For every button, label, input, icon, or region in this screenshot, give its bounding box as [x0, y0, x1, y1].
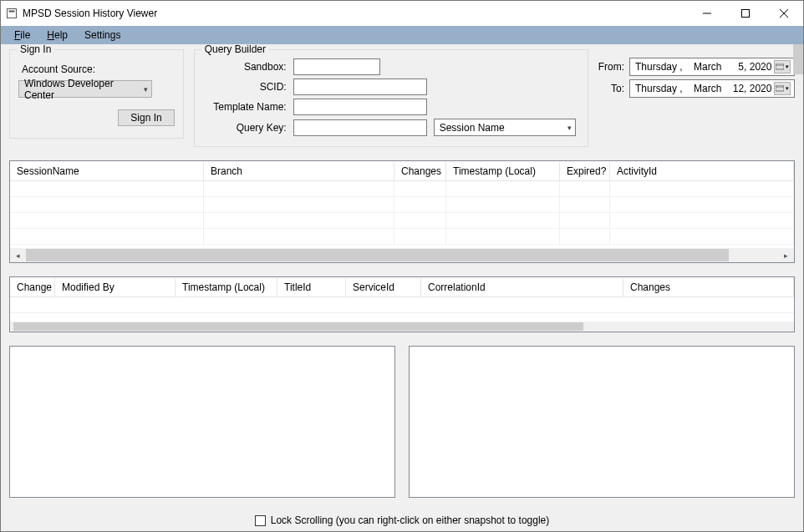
sessions-grid-header: SessionName Branch Changes Timestamp (Lo… — [10, 161, 794, 181]
minimize-button[interactable] — [688, 1, 726, 26]
menu-file[interactable]: File — [6, 28, 38, 43]
table-row[interactable] — [10, 213, 794, 229]
snapshots-row — [9, 346, 795, 498]
template-input[interactable] — [293, 99, 427, 115]
titlebar: MPSD Session History Viewer — [1, 1, 803, 26]
col2-titleid[interactable]: TitleId — [277, 278, 346, 296]
table-row[interactable] — [10, 297, 794, 313]
window: MPSD Session History Viewer File Help Se… — [0, 0, 804, 532]
menu-file-rest: ile — [20, 29, 30, 41]
changes-grid-body — [10, 297, 794, 322]
table-row[interactable] — [10, 229, 794, 245]
col-expired[interactable]: Expired? — [560, 162, 610, 180]
col-sessionname[interactable]: SessionName — [10, 162, 204, 180]
col-timestamp[interactable]: Timestamp (Local) — [446, 162, 560, 180]
col-branch[interactable]: Branch — [204, 162, 394, 180]
changes-grid-hscroll[interactable] — [10, 322, 794, 332]
menu-settings-label: Settings — [84, 29, 120, 41]
changes-grid[interactable]: Change Modified By Timestamp (Local) Tit… — [9, 276, 795, 332]
col-changes[interactable]: Changes — [394, 162, 446, 180]
calendar-dropdown-icon: ▾ — [774, 60, 791, 73]
scroll-thumb[interactable] — [26, 249, 729, 261]
lock-scrolling-label: Lock Scrolling (you can right-click on e… — [271, 514, 550, 526]
col2-timestamp[interactable]: Timestamp (Local) — [176, 278, 277, 296]
querykey-label: Query Key: — [206, 122, 287, 134]
col2-modifiedby[interactable]: Modified By — [55, 278, 176, 296]
window-title: MPSD Session History Viewer — [23, 8, 157, 19]
from-label: From: — [598, 61, 624, 73]
content-scrollbar-thumb[interactable] — [793, 44, 803, 74]
to-label: To: — [611, 83, 624, 94]
signin-button-label: Sign In — [130, 112, 161, 124]
from-date-value: Thursday , March 5, 2020 — [635, 61, 771, 73]
svg-rect-8 — [776, 85, 784, 91]
col2-changes[interactable]: Changes — [623, 278, 794, 296]
calendar-dropdown-icon: ▾ — [774, 82, 791, 95]
account-source-select[interactable]: Windows Developer Center ▾ — [18, 80, 152, 98]
close-button[interactable] — [765, 1, 803, 26]
sandbox-label: Sandbox: — [206, 61, 287, 73]
chevron-down-icon: ▾ — [567, 124, 572, 132]
to-date-value: Thursday , March 12, 2020 — [635, 83, 771, 94]
table-row[interactable] — [10, 197, 794, 213]
snapshot-right[interactable] — [409, 346, 795, 498]
sessions-grid-hscroll[interactable]: ◂ ▸ — [10, 248, 794, 262]
sandbox-input[interactable] — [293, 58, 380, 75]
menu-settings[interactable]: Settings — [76, 28, 129, 43]
account-source-value: Windows Developer Center — [24, 78, 137, 101]
menu-help-rest: elp — [54, 29, 68, 41]
col2-correlationid[interactable]: CorrelationId — [421, 278, 623, 296]
col2-serviceid[interactable]: ServiceId — [346, 278, 421, 296]
svg-rect-1 — [9, 11, 15, 13]
querykey-type-select[interactable]: Session Name ▾ — [434, 119, 576, 136]
col2-change[interactable]: Change — [10, 278, 55, 296]
sessions-grid-body — [10, 181, 794, 248]
menu-help[interactable]: Help — [38, 28, 76, 43]
from-datepicker[interactable]: Thursday , March 5, 2020 ▾ — [629, 58, 795, 76]
svg-rect-3 — [742, 10, 750, 18]
table-row[interactable] — [10, 181, 794, 197]
app-icon — [6, 8, 18, 19]
to-datepicker[interactable]: Thursday , March 12, 2020 ▾ — [629, 79, 795, 98]
signin-legend: Sign In — [17, 44, 54, 55]
menubar: File Help Settings — [1, 26, 803, 44]
date-range: From: Thursday , March 5, 2020 ▾ To: Thu… — [598, 49, 795, 98]
account-source-label: Account Source: — [22, 63, 175, 75]
scroll-thumb[interactable] — [13, 322, 583, 331]
scroll-right-icon[interactable]: ▸ — [780, 249, 792, 261]
footer: Lock Scrolling (you can right-click on e… — [9, 511, 795, 528]
changes-grid-header: Change Modified By Timestamp (Local) Tit… — [10, 277, 794, 297]
sessions-grid[interactable]: SessionName Branch Changes Timestamp (Lo… — [9, 160, 795, 263]
maximize-button[interactable] — [726, 1, 765, 26]
scroll-left-icon[interactable]: ◂ — [12, 249, 24, 261]
scid-label: SCID: — [206, 81, 287, 93]
col-activityid[interactable]: ActivityId — [610, 162, 794, 180]
svg-rect-6 — [776, 63, 784, 69]
template-label: Template Name: — [206, 101, 287, 113]
lock-scrolling-checkbox[interactable] — [255, 515, 266, 526]
querykey-type-value: Session Name — [440, 122, 505, 134]
querybuilder-group: Query Builder Sandbox: SCID: Template Na… — [194, 49, 588, 147]
signin-group: Sign In Account Source: Windows Develope… — [9, 49, 184, 139]
querykey-input[interactable] — [293, 119, 427, 136]
snapshot-left[interactable] — [9, 346, 395, 498]
svg-rect-0 — [8, 9, 17, 18]
chevron-down-icon: ▾ — [144, 85, 148, 94]
querybuilder-legend: Query Builder — [201, 44, 269, 55]
signin-button[interactable]: Sign In — [118, 109, 174, 126]
scid-input[interactable] — [293, 79, 427, 95]
content: Sign In Account Source: Windows Develope… — [1, 44, 803, 531]
